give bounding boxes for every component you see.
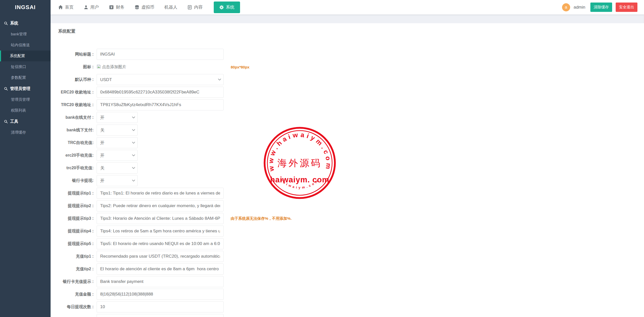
sidebar-item-site-mail-push[interactable]: 站内信推送 (0, 40, 51, 51)
bank-offline-pay-select-control[interactable]: 关 (97, 125, 138, 136)
bank-online-pay-select[interactable]: 开 (97, 112, 138, 123)
sidebar-item-label: 权限列表 (11, 108, 26, 113)
sidebar-section-label: 管理员管理 (10, 86, 30, 91)
field-label: 提现提示tip4 : (58, 229, 94, 234)
default-currency-select[interactable]: USDT (97, 74, 224, 85)
site-title-input[interactable] (97, 49, 224, 60)
clear-cache-button[interactable]: 清除缓存 (590, 3, 612, 12)
nav-item-system[interactable]: 系统 (214, 2, 240, 13)
sidebar-item-system-config[interactable]: 系统配置 (0, 51, 51, 61)
bank-card-withdraw-select-control[interactable]: 开 (97, 175, 138, 186)
erc20-manual-recharge-select-control[interactable]: 开 (97, 150, 138, 161)
topbar-user-area: a admin 清除缓存 安全退出 (562, 3, 637, 12)
sidebar-item-sms-api[interactable]: 短信接口 (0, 61, 51, 72)
field-recharge-tip1: 充值tip1 : (58, 251, 636, 262)
sidebar-section-label: 系统 (10, 21, 18, 26)
logout-button[interactable]: 安全退出 (616, 3, 637, 12)
finance-icon: ¥ (109, 5, 114, 10)
brand-logo: INGSAI (0, 0, 51, 15)
topnav: 首页用户¥财务虚拟币机器人内容系统 (58, 2, 240, 13)
crypto-icon (135, 5, 139, 10)
trc-auto-recharge-select[interactable]: 开 (97, 137, 138, 148)
field-label: erc20手动充值: (58, 153, 94, 158)
broken-image-icon (97, 64, 101, 70)
bank-offline-pay-select[interactable]: 关 (97, 125, 138, 136)
field-daily-withdraw-count: 每日提现次数 : (58, 301, 636, 312)
nav-item-content[interactable]: 内容 (187, 4, 203, 10)
site-icon-upload[interactable]: 点击添加图片 (97, 64, 126, 70)
avatar: a (562, 3, 570, 11)
search-icon (4, 120, 8, 124)
bank-recharge-hint-input[interactable] (97, 276, 224, 287)
sidebar-item-permission-list[interactable]: 权限列表 (0, 105, 51, 116)
admin-screen: INGSAI 系统bank管理站内信推送系统配置短信接口参数配置管理员管理管理员… (0, 0, 644, 317)
field-label: 银行卡充值提示 : (58, 279, 94, 284)
home-icon (58, 5, 63, 10)
sidebar-section-label: 工具 (10, 119, 18, 124)
user-icon (84, 5, 88, 10)
svg-text:¥: ¥ (111, 6, 112, 9)
field-bank-recharge-hint: 银行卡充值提示 : (58, 276, 636, 287)
config-form: 网站标题 :图标 :点击添加图片80px*80px默认币种 :USDTERC20… (58, 49, 636, 317)
field-label: 图标 : (58, 64, 94, 70)
bank-online-pay-select-control[interactable]: 开 (97, 112, 138, 123)
partial-field-input[interactable] (97, 314, 224, 317)
sidebar-item-clear-cache[interactable]: 清理缓存 (0, 127, 51, 138)
field-label: 网站标题 : (58, 52, 94, 57)
gear-icon (219, 5, 224, 10)
nav-item-robot[interactable]: 机器人 (164, 4, 177, 10)
sidebar-section-system[interactable]: 系统 (0, 18, 51, 29)
field-label: bank在线支付 : (58, 115, 94, 120)
sidebar-item-label: 管理员管理 (11, 97, 30, 102)
sidebar-menu: 系统bank管理站内信推送系统配置短信接口参数配置管理员管理管理员管理权限列表工… (0, 15, 51, 138)
recharge-amounts-input[interactable] (97, 289, 224, 300)
trc20-manual-recharge-select-control[interactable]: 关 (97, 162, 138, 174)
trc20-manual-recharge-select[interactable]: 关 (97, 162, 138, 174)
field-label: 银行卡提现: (58, 178, 94, 183)
erc20-manual-recharge-select[interactable]: 开 (97, 150, 138, 161)
withdraw-tip5-input[interactable] (97, 238, 224, 249)
field-label: 默认币种 : (58, 77, 94, 82)
nav-item-label: 用户 (90, 4, 99, 10)
field-bank-online-pay: bank在线支付 :开 (58, 112, 636, 123)
field-label: 提现提示tip1 : (58, 191, 94, 196)
field-withdraw-tip2: 提现提示tip2 : (58, 200, 636, 211)
field-note: 由于系统原无法保存%，不用添加%. (231, 216, 292, 221)
nav-item-label: 内容 (194, 4, 203, 10)
field-label: 提现提示tip3 : (58, 216, 94, 221)
field-erc20-manual-recharge: erc20手动充值:开 (58, 150, 636, 161)
recharge-tip1-input[interactable] (97, 251, 224, 262)
field-site-icon: 图标 :点击添加图片80px*80px (58, 61, 636, 72)
field-site-title: 网站标题 : (58, 49, 636, 60)
sidebar-item-admin-list[interactable]: 管理员管理 (0, 94, 51, 105)
default-currency-select-control[interactable]: USDT (97, 74, 224, 85)
sidebar-item-label: 清理缓存 (11, 130, 26, 135)
trc-auto-recharge-select-control[interactable]: 开 (97, 137, 138, 148)
withdraw-tip1-input[interactable] (97, 188, 224, 199)
withdraw-tip2-input[interactable] (97, 200, 224, 211)
field-label: bank线下支付: (58, 128, 94, 133)
field-label: 充值tip1 : (58, 254, 94, 259)
main-content: 系统配置 网站标题 :图标 :点击添加图片80px*80px默认币种 :USDT… (51, 23, 644, 317)
search-icon (4, 21, 8, 25)
sidebar-item-bank-manage[interactable]: bank管理 (0, 29, 51, 40)
withdraw-tip3-input[interactable] (97, 213, 224, 224)
nav-item-users[interactable]: 用户 (84, 4, 99, 10)
sidebar-item-label: 系统配置 (10, 54, 25, 58)
nav-item-crypto[interactable]: 虚拟币 (135, 4, 154, 10)
sidebar-section-admin-manage[interactable]: 管理员管理 (0, 83, 51, 94)
sidebar-section-tools[interactable]: 工具 (0, 116, 51, 127)
field-withdraw-tip5: 提现提示tip5 : (58, 238, 636, 249)
bank-card-withdraw-select[interactable]: 开 (97, 175, 138, 186)
page-title: 系统配置 (58, 28, 636, 34)
sidebar-item-param-config[interactable]: 参数配置 (0, 72, 51, 83)
trc20-address-input[interactable] (97, 99, 224, 110)
erc20-address-input[interactable] (97, 87, 224, 98)
nav-item-finance[interactable]: ¥财务 (109, 4, 124, 10)
recharge-tip2-input[interactable] (97, 263, 224, 275)
withdraw-tip4-input[interactable] (97, 226, 224, 237)
field-withdraw-tip1: 提现提示tip1 : (58, 188, 636, 199)
nav-item-home[interactable]: 首页 (58, 4, 74, 10)
field-label: ERC20 收款地址 : (58, 90, 94, 95)
daily-withdraw-count-input[interactable] (97, 301, 224, 312)
